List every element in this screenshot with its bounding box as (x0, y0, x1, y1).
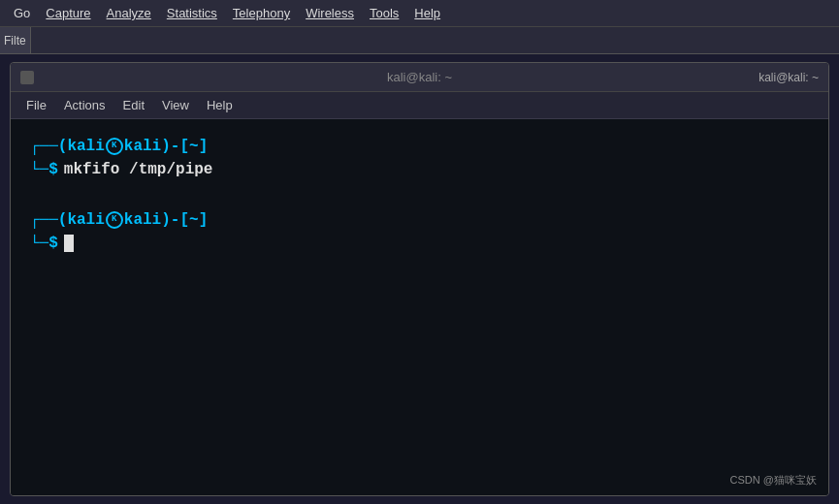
prompt-tilde-2: ~ (189, 211, 199, 229)
terminal-titlebar: kali@kali: ~ kali@kali: ~ (11, 63, 828, 92)
bracket-close-2: )-[ (161, 211, 189, 229)
tmenu-view[interactable]: View (154, 96, 197, 114)
bracket-open-2: ┌──( (30, 211, 67, 229)
terminal-title: kali@kali: ~ (387, 70, 452, 84)
menu-help[interactable]: Help (408, 4, 446, 22)
command-block-1: ┌──(kalikali)-[~] └─$ mkfifo /tmp/pipe (30, 135, 809, 181)
menu-go[interactable]: Go (8, 4, 36, 22)
prompt-host-1: kali (124, 138, 161, 155)
menu-analyze[interactable]: Analyze (101, 4, 157, 22)
wireshark-menubar: Go Capture Analyze Statistics Telephony … (0, 0, 839, 27)
bracket-close-1: )-[ (161, 138, 189, 155)
prompt-top-1: ┌──(kalikali)-[~] (30, 135, 208, 158)
main-area: kali@kali: ~ kali@kali: ~ File Actions E… (0, 54, 839, 504)
terminal-content[interactable]: ┌──(kalikali)-[~] └─$ mkfifo /tmp/pipe ┌… (11, 119, 828, 495)
menu-capture[interactable]: Capture (40, 4, 96, 22)
watermark: CSDN @猫咪宝妖 (730, 472, 817, 488)
prompt-tilde-1: ~ (189, 138, 199, 155)
menu-wireless[interactable]: Wireless (300, 4, 360, 22)
prompt-prefix-1: └─$ (30, 158, 58, 181)
terminal-title-right: kali@kali: ~ (758, 71, 819, 84)
prompt-user-2: kali (67, 211, 104, 229)
terminal-menubar: File Actions Edit View Help (11, 92, 828, 119)
prompt-bottom-2: └─$ (30, 232, 74, 255)
prompt-bottom-1: └─$ mkfifo /tmp/pipe (30, 158, 212, 181)
prompt-prefix-2: └─$ (30, 232, 58, 255)
prompt-host-2: kali (124, 211, 161, 229)
window-button[interactable] (20, 71, 34, 84)
titlebar-left (20, 71, 34, 84)
menu-tools[interactable]: Tools (364, 4, 404, 22)
menu-statistics[interactable]: Statistics (161, 4, 223, 22)
bracket-open-1: ┌──( (30, 138, 67, 155)
prompt-top-2: ┌──(kalikali)-[~] (30, 208, 208, 232)
tmenu-help[interactable]: Help (199, 96, 241, 114)
menu-telephony[interactable]: Telephony (227, 4, 296, 22)
filter-bar: Filte (0, 27, 839, 54)
tmenu-file[interactable]: File (18, 96, 54, 114)
prompt-user-1: kali (67, 138, 104, 155)
terminal-window: kali@kali: ~ kali@kali: ~ File Actions E… (10, 62, 829, 496)
filter-label: Filte (0, 27, 31, 53)
tmenu-actions[interactable]: Actions (56, 96, 113, 114)
kali-logo-2 (106, 211, 123, 229)
command-block-2: ┌──(kalikali)-[~] └─$ (30, 208, 809, 255)
kali-logo-1 (106, 138, 123, 155)
terminal-cursor (64, 235, 74, 252)
prompt-command-1: mkfifo /tmp/pipe (64, 158, 213, 181)
tmenu-edit[interactable]: Edit (115, 96, 152, 114)
bracket-end-2: ] (199, 211, 209, 229)
bracket-end-1: ] (199, 138, 209, 155)
